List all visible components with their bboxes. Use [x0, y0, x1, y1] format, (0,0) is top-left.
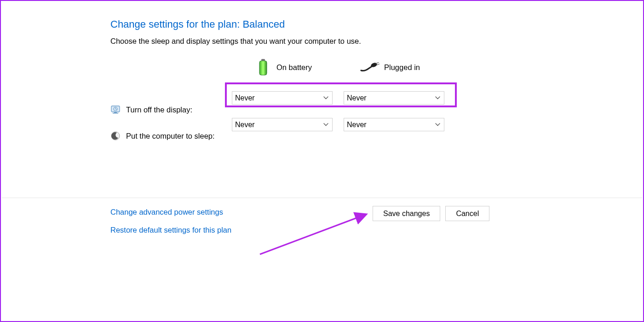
save-button[interactable]: Save changes: [373, 206, 440, 221]
row-label-sleep: Put the computer to sleep:: [126, 132, 224, 141]
cancel-button[interactable]: Cancel: [445, 206, 489, 221]
svg-line-4: [377, 64, 380, 65]
dropdown-sleep-plugged[interactable]: Never: [344, 118, 444, 131]
svg-rect-10: [113, 113, 118, 114]
dropdown-value: Never: [235, 121, 255, 129]
column-header-plugged: Plugged in: [360, 62, 420, 72]
dropdown-row-display: Never Never: [232, 91, 444, 105]
dropdown-row-sleep: Never Never: [232, 118, 444, 131]
link-advanced-settings[interactable]: Change advanced power settings: [110, 208, 223, 217]
chevron-down-icon: [435, 122, 440, 128]
svg-rect-0: [261, 59, 265, 61]
moon-icon: [110, 131, 121, 141]
divider: [2, 198, 642, 198]
column-header-plugged-label: Plugged in: [384, 63, 420, 72]
page-subtitle: Choose the sleep and display settings th…: [110, 37, 643, 46]
column-header-battery-label: On battery: [276, 63, 312, 72]
chevron-down-icon: [435, 95, 440, 101]
svg-rect-1: [259, 61, 267, 75]
chevron-down-icon: [323, 95, 328, 101]
battery-icon: [257, 59, 269, 76]
dropdown-sleep-battery[interactable]: Never: [232, 118, 333, 131]
dropdown-display-plugged[interactable]: Never: [344, 91, 444, 105]
row-label-display: Turn off the display:: [126, 105, 224, 114]
dropdown-value: Never: [347, 121, 367, 129]
chevron-down-icon: [323, 122, 328, 128]
dropdown-display-battery[interactable]: Never: [232, 91, 333, 105]
page-title: Change settings for the plan: Balanced: [110, 18, 643, 30]
button-row: Save changes Cancel: [373, 206, 489, 221]
svg-line-3: [376, 63, 379, 64]
display-icon: [110, 105, 121, 115]
svg-rect-9: [114, 112, 117, 113]
columns-header: On battery Plugged in: [110, 59, 643, 76]
dropdown-value: Never: [235, 94, 255, 102]
link-restore-defaults[interactable]: Restore default settings for this plan: [110, 226, 231, 234]
dropdown-value: Never: [347, 94, 367, 102]
plug-icon: [360, 62, 380, 72]
column-header-battery: On battery: [257, 59, 360, 76]
